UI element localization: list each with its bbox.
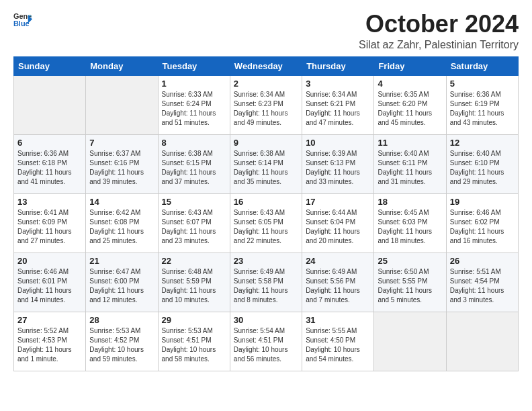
calendar-cell	[86, 75, 158, 134]
calendar-header-row: SundayMondayTuesdayWednesdayThursdayFrid…	[14, 56, 519, 75]
header-day-friday: Friday	[374, 56, 446, 75]
day-info: Sunrise: 6:40 AM Sunset: 6:11 PM Dayligh…	[378, 149, 442, 187]
calendar-cell: 14Sunrise: 6:42 AM Sunset: 6:08 PM Dayli…	[86, 193, 158, 253]
day-number: 3	[306, 79, 370, 89]
calendar-cell: 10Sunrise: 6:39 AM Sunset: 6:13 PM Dayli…	[302, 134, 374, 193]
day-number: 21	[89, 256, 154, 266]
header-day-monday: Monday	[86, 56, 158, 75]
title-area: October 2024 Silat az Zahr, Palestinian …	[359, 11, 519, 51]
calendar-cell: 12Sunrise: 6:40 AM Sunset: 6:10 PM Dayli…	[446, 134, 518, 193]
day-number: 19	[450, 197, 515, 207]
day-number: 28	[89, 315, 154, 325]
day-number: 15	[162, 197, 226, 207]
calendar-cell: 25Sunrise: 6:50 AM Sunset: 5:55 PM Dayli…	[374, 253, 446, 312]
day-number: 16	[234, 197, 298, 207]
day-info: Sunrise: 6:42 AM Sunset: 6:08 PM Dayligh…	[89, 208, 154, 246]
day-number: 27	[17, 315, 82, 325]
day-number: 4	[378, 79, 442, 89]
calendar-cell: 28Sunrise: 5:53 AM Sunset: 4:52 PM Dayli…	[86, 312, 158, 371]
day-number: 7	[89, 138, 154, 148]
day-number: 11	[378, 138, 442, 148]
calendar-cell: 23Sunrise: 6:49 AM Sunset: 5:58 PM Dayli…	[230, 253, 302, 312]
day-number: 30	[234, 315, 298, 325]
day-info: Sunrise: 6:35 AM Sunset: 6:20 PM Dayligh…	[378, 90, 442, 128]
calendar-cell: 15Sunrise: 6:43 AM Sunset: 6:07 PM Dayli…	[158, 193, 230, 253]
day-info: Sunrise: 5:55 AM Sunset: 4:50 PM Dayligh…	[306, 326, 370, 364]
calendar-week-row: 1Sunrise: 6:33 AM Sunset: 6:24 PM Daylig…	[14, 75, 519, 134]
header-day-tuesday: Tuesday	[158, 56, 230, 75]
calendar-week-row: 27Sunrise: 5:52 AM Sunset: 4:53 PM Dayli…	[14, 312, 519, 371]
calendar-cell: 16Sunrise: 6:43 AM Sunset: 6:05 PM Dayli…	[230, 193, 302, 253]
calendar-cell: 24Sunrise: 6:49 AM Sunset: 5:56 PM Dayli…	[302, 253, 374, 312]
calendar-cell: 11Sunrise: 6:40 AM Sunset: 6:11 PM Dayli…	[374, 134, 446, 193]
calendar-cell: 8Sunrise: 6:38 AM Sunset: 6:15 PM Daylig…	[158, 134, 230, 193]
calendar-cell	[374, 312, 446, 371]
day-info: Sunrise: 6:45 AM Sunset: 6:03 PM Dayligh…	[378, 208, 442, 246]
header-day-sunday: Sunday	[14, 56, 86, 75]
day-info: Sunrise: 6:39 AM Sunset: 6:13 PM Dayligh…	[306, 149, 370, 187]
day-number: 8	[162, 138, 226, 148]
calendar-cell: 18Sunrise: 6:45 AM Sunset: 6:03 PM Dayli…	[374, 193, 446, 253]
day-number: 13	[17, 197, 82, 207]
calendar-cell: 17Sunrise: 6:44 AM Sunset: 6:04 PM Dayli…	[302, 193, 374, 253]
day-number: 26	[450, 256, 515, 266]
day-number: 10	[306, 138, 370, 148]
day-info: Sunrise: 6:38 AM Sunset: 6:14 PM Dayligh…	[234, 149, 298, 187]
day-number: 22	[162, 256, 226, 266]
day-info: Sunrise: 6:37 AM Sunset: 6:16 PM Dayligh…	[89, 149, 154, 187]
calendar-cell: 7Sunrise: 6:37 AM Sunset: 6:16 PM Daylig…	[86, 134, 158, 193]
calendar-cell: 2Sunrise: 6:34 AM Sunset: 6:23 PM Daylig…	[230, 75, 302, 134]
day-info: Sunrise: 5:53 AM Sunset: 4:51 PM Dayligh…	[162, 326, 226, 364]
calendar-body: 1Sunrise: 6:33 AM Sunset: 6:24 PM Daylig…	[14, 75, 519, 371]
calendar-week-row: 13Sunrise: 6:41 AM Sunset: 6:09 PM Dayli…	[14, 193, 519, 253]
day-number: 9	[234, 138, 298, 148]
calendar-cell: 9Sunrise: 6:38 AM Sunset: 6:14 PM Daylig…	[230, 134, 302, 193]
day-number: 25	[378, 256, 442, 266]
calendar-cell: 20Sunrise: 6:46 AM Sunset: 6:01 PM Dayli…	[14, 253, 86, 312]
day-number: 18	[378, 197, 442, 207]
logo: General Blue	[13, 11, 32, 30]
day-number: 24	[306, 256, 370, 266]
day-number: 12	[450, 138, 515, 148]
day-number: 14	[89, 197, 154, 207]
calendar-cell: 31Sunrise: 5:55 AM Sunset: 4:50 PM Dayli…	[302, 312, 374, 371]
day-info: Sunrise: 6:38 AM Sunset: 6:15 PM Dayligh…	[162, 149, 226, 187]
calendar-cell: 26Sunrise: 5:51 AM Sunset: 4:54 PM Dayli…	[446, 253, 518, 312]
day-info: Sunrise: 5:53 AM Sunset: 4:52 PM Dayligh…	[89, 326, 154, 364]
calendar-cell: 30Sunrise: 5:54 AM Sunset: 4:51 PM Dayli…	[230, 312, 302, 371]
day-info: Sunrise: 6:36 AM Sunset: 6:18 PM Dayligh…	[17, 149, 82, 187]
calendar-cell: 29Sunrise: 5:53 AM Sunset: 4:51 PM Dayli…	[158, 312, 230, 371]
calendar-cell: 3Sunrise: 6:34 AM Sunset: 6:21 PM Daylig…	[302, 75, 374, 134]
day-info: Sunrise: 6:34 AM Sunset: 6:21 PM Dayligh…	[306, 90, 370, 128]
svg-text:Blue: Blue	[13, 19, 30, 28]
day-info: Sunrise: 6:49 AM Sunset: 5:56 PM Dayligh…	[306, 267, 370, 305]
calendar-cell: 13Sunrise: 6:41 AM Sunset: 6:09 PM Dayli…	[14, 193, 86, 253]
header-day-saturday: Saturday	[446, 56, 518, 75]
day-number: 23	[234, 256, 298, 266]
calendar-cell	[446, 312, 518, 371]
month-title: October 2024	[359, 11, 519, 38]
day-info: Sunrise: 5:52 AM Sunset: 4:53 PM Dayligh…	[17, 326, 82, 364]
day-info: Sunrise: 6:48 AM Sunset: 5:59 PM Dayligh…	[162, 267, 226, 305]
location-title: Silat az Zahr, Palestinian Territory	[359, 39, 519, 51]
calendar-cell: 4Sunrise: 6:35 AM Sunset: 6:20 PM Daylig…	[374, 75, 446, 134]
header-day-wednesday: Wednesday	[230, 56, 302, 75]
day-info: Sunrise: 6:49 AM Sunset: 5:58 PM Dayligh…	[234, 267, 298, 305]
day-info: Sunrise: 6:41 AM Sunset: 6:09 PM Dayligh…	[17, 208, 82, 246]
calendar-table: SundayMondayTuesdayWednesdayThursdayFrid…	[13, 56, 519, 371]
day-info: Sunrise: 6:43 AM Sunset: 6:07 PM Dayligh…	[162, 208, 226, 246]
day-info: Sunrise: 6:50 AM Sunset: 5:55 PM Dayligh…	[378, 267, 442, 305]
day-info: Sunrise: 6:46 AM Sunset: 6:02 PM Dayligh…	[450, 208, 515, 246]
day-info: Sunrise: 6:36 AM Sunset: 6:19 PM Dayligh…	[450, 90, 515, 128]
day-info: Sunrise: 5:54 AM Sunset: 4:51 PM Dayligh…	[234, 326, 298, 364]
calendar-cell: 27Sunrise: 5:52 AM Sunset: 4:53 PM Dayli…	[14, 312, 86, 371]
logo-icon: General Blue	[13, 11, 32, 30]
calendar-cell: 5Sunrise: 6:36 AM Sunset: 6:19 PM Daylig…	[446, 75, 518, 134]
day-number: 6	[17, 138, 82, 148]
day-info: Sunrise: 6:43 AM Sunset: 6:05 PM Dayligh…	[234, 208, 298, 246]
calendar-cell: 21Sunrise: 6:47 AM Sunset: 6:00 PM Dayli…	[86, 253, 158, 312]
day-info: Sunrise: 6:47 AM Sunset: 6:00 PM Dayligh…	[89, 267, 154, 305]
calendar-cell: 19Sunrise: 6:46 AM Sunset: 6:02 PM Dayli…	[446, 193, 518, 253]
calendar-week-row: 20Sunrise: 6:46 AM Sunset: 6:01 PM Dayli…	[14, 253, 519, 312]
calendar-cell: 1Sunrise: 6:33 AM Sunset: 6:24 PM Daylig…	[158, 75, 230, 134]
